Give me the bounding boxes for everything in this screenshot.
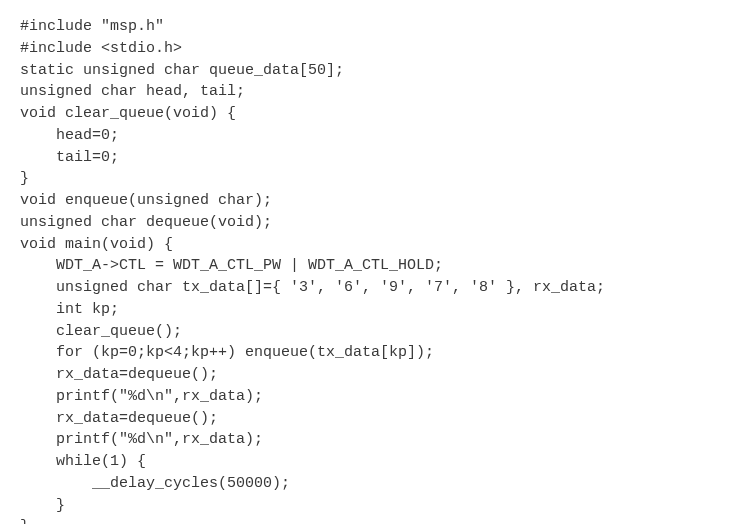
code-block: #include "msp.h" #include <stdio.h> stat… <box>0 0 741 524</box>
